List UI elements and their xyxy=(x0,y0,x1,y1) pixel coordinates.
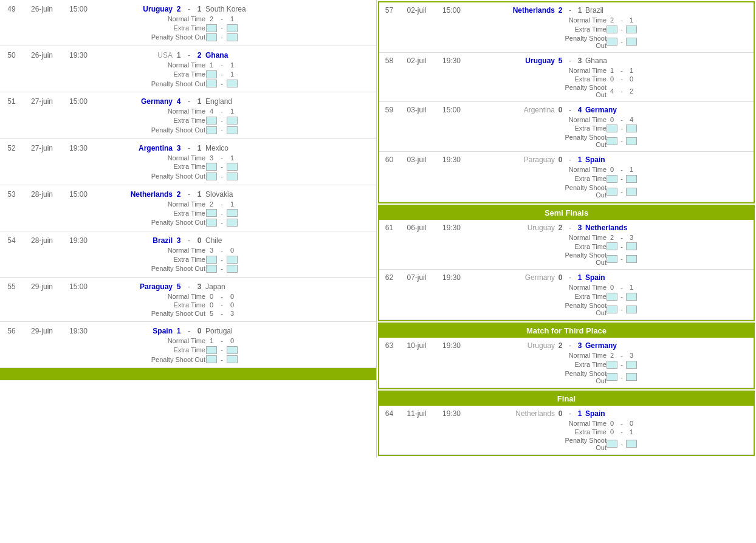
pso-dash: - xyxy=(218,310,226,317)
nt-dash: - xyxy=(617,116,626,123)
normal-time-row: Normal Time3-1 xyxy=(0,154,376,162)
normal-time-row: Normal Time1-1 xyxy=(0,61,376,69)
extra-time-row: Extra Time-1 xyxy=(0,69,376,79)
team2-label: Germany xyxy=(585,341,658,350)
pso-label: Penalty Shoot Out xyxy=(126,172,205,180)
nt-score1: 1 xyxy=(205,337,218,344)
match-main-row: 6207-juil19:30Germany0-1Spain xyxy=(379,272,754,283)
normal-time-label: Normal Time xyxy=(558,352,607,359)
extra-time-row: Extra Time- xyxy=(0,345,376,355)
nt-score1: 2 xyxy=(607,234,617,241)
nt-score1: 0 xyxy=(607,116,617,123)
nt-dash: - xyxy=(617,67,626,74)
normal-time-label: Normal Time xyxy=(126,247,205,254)
normal-time-row: Normal Time0-1 xyxy=(379,165,754,174)
match-time: 19:30 xyxy=(436,155,467,164)
match-row: 5127-juin15:00Germany4-1England xyxy=(0,96,376,107)
extra-time-row: Extra Time0-1 xyxy=(379,428,754,436)
match-block: 5227-juin19:30Argentina3-1MexicoNormal T… xyxy=(0,139,376,185)
team2-label: Portugal xyxy=(205,327,266,335)
score1: 2 xyxy=(173,190,185,199)
score2: 0 xyxy=(193,236,205,245)
pso-score2 xyxy=(626,255,637,264)
team1-label: Germany xyxy=(467,273,555,282)
pso-score2 xyxy=(626,38,637,46)
section-header: Final xyxy=(379,392,754,406)
score1: 2 xyxy=(555,341,566,350)
pso-dash: - xyxy=(218,219,226,226)
pso-label: Penalty Shoot Out xyxy=(558,35,607,49)
pso-dash: - xyxy=(617,306,626,313)
score2: 4 xyxy=(574,106,585,114)
score2: 3 xyxy=(193,282,205,291)
et-score2 xyxy=(226,116,238,125)
score1: 2 xyxy=(173,5,185,13)
nt-score1: 1 xyxy=(607,67,617,74)
team2-label: Spain xyxy=(585,155,658,164)
match-date: 07-juil xyxy=(397,273,436,282)
left-panel: 4926-juin15:00Uruguay2-1South KoreaNorma… xyxy=(0,0,377,457)
et-score2 xyxy=(626,242,637,251)
match-time: 19:30 xyxy=(436,224,467,232)
match-date: 02-juil xyxy=(397,6,436,15)
match-row: 5026-juin19:30USA1-2Ghana xyxy=(0,50,376,61)
pso-label: Penalty Shoot Out xyxy=(126,80,205,87)
pso-score1: 4 xyxy=(607,87,617,95)
match-number: 64 xyxy=(382,409,397,418)
et-score2 xyxy=(226,24,238,32)
score-dash: - xyxy=(566,273,574,282)
match-row: 5227-juin19:30Argentina3-1Mexico xyxy=(0,143,376,154)
et-score2 xyxy=(226,255,238,264)
nt-dash: - xyxy=(218,200,226,208)
pso-score1 xyxy=(607,187,617,196)
normal-time-row: Normal Time0-4 xyxy=(379,115,754,124)
et-score1 xyxy=(607,292,617,301)
team1-label: Germany xyxy=(94,97,173,106)
team2-label: England xyxy=(205,97,266,106)
match-time: 19:30 xyxy=(436,341,467,350)
match-block: 4926-juin15:00Uruguay2-1South KoreaNorma… xyxy=(0,0,376,46)
team1-label: Argentina xyxy=(467,106,555,114)
score1: 4 xyxy=(173,97,185,106)
match-time: 19:30 xyxy=(436,56,467,65)
nt-score2: 0 xyxy=(226,293,238,300)
nt-dash: - xyxy=(218,247,226,254)
match-time: 15:00 xyxy=(63,282,94,291)
et-dash: - xyxy=(617,428,626,435)
normal-time-row: Normal Time2-1 xyxy=(0,200,376,208)
match-row: 5629-juin19:30Spain1-0Portugal xyxy=(0,326,376,336)
normal-time-row: Normal Time3-0 xyxy=(0,246,376,254)
extra-time-label: Extra Time xyxy=(126,117,205,124)
nt-dash: - xyxy=(218,154,226,162)
et-score2: 1 xyxy=(626,428,637,435)
match-date: 10-juil xyxy=(397,341,436,350)
section-header: Semi Finals xyxy=(379,206,754,220)
nt-score2: 1 xyxy=(626,67,637,74)
match-date: 03-juil xyxy=(397,106,436,114)
score2: 1 xyxy=(193,144,205,152)
normal-time-label: Normal Time xyxy=(558,234,607,241)
score2: 3 xyxy=(574,56,585,65)
extra-time-row: Extra Time- xyxy=(379,360,754,369)
pso-score2 xyxy=(626,440,637,448)
nt-score1: 0 xyxy=(205,293,218,300)
pso-row: Penalty Shoot Out- xyxy=(0,355,376,364)
et-score1 xyxy=(607,125,617,133)
et-score1 xyxy=(205,209,218,217)
quarter-finals-section: 5702-juil15:00Netherlands2-1BrazilNormal… xyxy=(378,1,755,203)
team1-label: Uruguay xyxy=(467,341,555,350)
score1: 1 xyxy=(173,51,185,60)
match-time: 19:30 xyxy=(63,327,94,335)
match-number: 55 xyxy=(2,282,21,291)
normal-time-row: Normal Time1-0 xyxy=(0,336,376,345)
pso-score1 xyxy=(607,255,617,264)
score1: 0 xyxy=(555,409,566,418)
et-dash: - xyxy=(617,26,626,33)
match-number: 51 xyxy=(2,97,21,106)
match-main-row: 6106-juil19:30Uruguay2-3Netherlands xyxy=(379,222,754,233)
nt-dash: - xyxy=(218,15,226,22)
pso-row: Penalty Shoot Out- xyxy=(0,79,376,89)
et-dash: - xyxy=(617,75,626,83)
match-block: 5428-juin19:30Brazil3-0ChileNormal Time3… xyxy=(0,231,376,278)
score-dash: - xyxy=(185,97,193,106)
